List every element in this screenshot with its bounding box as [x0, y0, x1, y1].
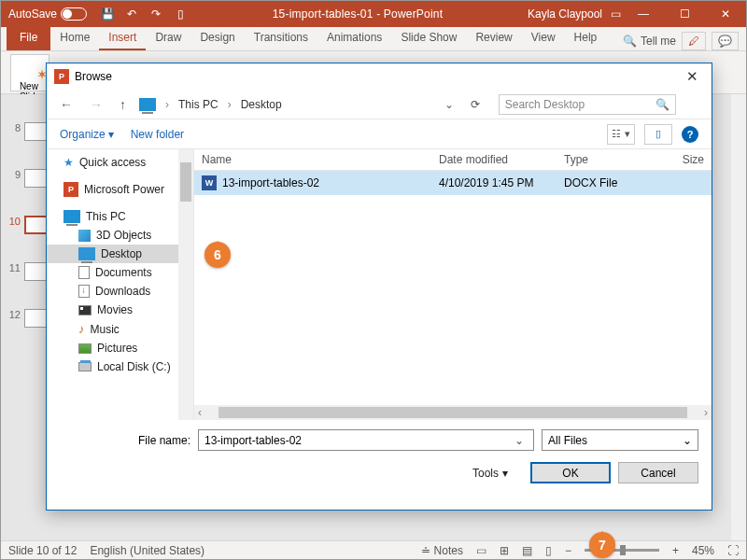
tree-3d-objects[interactable]: 3D Objects	[47, 226, 193, 245]
vertical-scrollbar[interactable]	[731, 94, 746, 540]
normal-view-icon[interactable]: ▭	[476, 544, 486, 557]
sorter-view-icon[interactable]: ⊞	[500, 544, 509, 557]
tell-me-search[interactable]: 🔍Tell me	[623, 35, 676, 48]
redo-icon[interactable]: ↷	[148, 7, 163, 21]
downloads-icon	[78, 285, 90, 298]
zoom-level[interactable]: 45%	[692, 544, 714, 557]
help-icon[interactable]: ?	[682, 126, 698, 143]
tree-music[interactable]: ♪Music	[47, 319, 193, 339]
toggle-off-icon[interactable]	[61, 7, 87, 21]
tab-insert[interactable]: Insert	[99, 26, 146, 50]
refresh-button[interactable]: ⟳	[467, 98, 484, 111]
callout-badge-6: 6	[204, 242, 231, 268]
documents-icon	[78, 266, 90, 279]
file-list-header[interactable]: Name Date modified Type Size	[194, 149, 712, 171]
callout-badge-7: 7	[589, 532, 615, 558]
tree-pictures[interactable]: Pictures	[47, 339, 193, 357]
dialog-close-button[interactable]: ✕	[681, 68, 704, 85]
start-slideshow-icon[interactable]: ▯	[173, 7, 188, 21]
tree-documents[interactable]: Documents	[47, 263, 193, 282]
cube-icon	[78, 230, 91, 242]
tab-help[interactable]: Help	[565, 26, 607, 50]
col-name[interactable]: Name	[202, 153, 439, 166]
tab-transitions[interactable]: Transitions	[245, 26, 317, 50]
pc-icon	[139, 98, 156, 111]
tab-file[interactable]: File	[7, 26, 50, 50]
tab-home[interactable]: Home	[50, 26, 99, 50]
cancel-button[interactable]: Cancel	[618, 462, 698, 483]
file-list: Name Date modified Type Size W13-import-…	[194, 149, 712, 420]
powerpoint-icon: P	[54, 69, 69, 84]
back-button[interactable]: ←	[56, 95, 77, 114]
minimize-button[interactable]: —	[623, 1, 664, 27]
col-date[interactable]: Date modified	[439, 153, 564, 166]
dialog-nav-bar: ← → ↑ › This PC › Desktop ⌄ ⟳ Search Des…	[47, 90, 712, 119]
tree-local-disk[interactable]: Local Disk (C:)	[47, 357, 193, 376]
preview-pane-button[interactable]: ▯	[644, 124, 672, 145]
tab-review[interactable]: Review	[466, 26, 521, 50]
filename-input[interactable]: 13-import-tables-02⌄	[198, 429, 534, 451]
ribbon-tabs: File Home Insert Draw Design Transitions…	[1, 27, 746, 51]
document-title: 15-import-tables-01 - PowerPoint	[188, 7, 528, 21]
slide-indicator[interactable]: Slide 10 of 12	[8, 544, 77, 557]
tab-design[interactable]: Design	[190, 26, 244, 50]
user-name[interactable]: Kayla Claypool	[528, 7, 602, 21]
organize-menu[interactable]: Organize ▾	[60, 128, 114, 141]
tree-this-pc[interactable]: This PC	[47, 207, 193, 226]
folder-tree: ★Quick access PMicrosoft Power This PC 3…	[47, 149, 194, 420]
notes-button[interactable]: ≐ Notes	[421, 544, 463, 557]
fit-to-window-icon[interactable]: ⛶	[727, 544, 739, 557]
breadcrumb-desktop[interactable]: Desktop	[241, 98, 282, 111]
search-input[interactable]: Search Desktop 🔍	[499, 94, 676, 115]
file-row[interactable]: W13-import-tables-02 4/10/2019 1:45 PM D…	[194, 171, 712, 195]
chevron-right-icon[interactable]: ›	[165, 98, 169, 111]
file-filter-dropdown[interactable]: All Files⌄	[542, 429, 698, 451]
comments-button[interactable]: 💬	[712, 32, 739, 50]
new-folder-button[interactable]: New folder	[131, 128, 184, 141]
chevron-right-icon[interactable]: ›	[228, 98, 232, 111]
chevron-down-icon[interactable]: ⌄	[511, 434, 528, 447]
title-bar: AutoSave 💾 ↶ ↷ ▯ 15-import-tables-01 - P…	[1, 1, 746, 27]
zoom-in-button[interactable]: +	[672, 544, 679, 557]
undo-icon[interactable]: ↶	[124, 7, 139, 21]
tab-view[interactable]: View	[522, 26, 565, 50]
desktop-icon	[78, 247, 95, 260]
slideshow-view-icon[interactable]: ▯	[545, 544, 552, 557]
dialog-titlebar: P Browse ✕	[47, 63, 712, 90]
reading-view-icon[interactable]: ▤	[522, 544, 532, 557]
new-slide-button[interactable]: ✶ New Slide	[10, 54, 49, 91]
col-size[interactable]: Size	[667, 153, 704, 166]
maximize-button[interactable]: ☐	[664, 1, 705, 27]
tree-downloads[interactable]: Downloads	[47, 282, 193, 301]
up-button[interactable]: ↑	[116, 95, 130, 114]
music-icon: ♪	[78, 322, 85, 336]
tab-slideshow[interactable]: Slide Show	[391, 26, 466, 50]
tree-movies[interactable]: Movies	[47, 301, 193, 319]
chevron-down-icon: ▾	[502, 467, 508, 480]
zoom-out-button[interactable]: −	[565, 544, 571, 557]
col-type[interactable]: Type	[564, 153, 667, 166]
dialog-title: Browse	[75, 70, 112, 83]
browse-dialog: P Browse ✕ ← → ↑ › This PC › Desktop ⌄ ⟳…	[46, 63, 712, 511]
close-button[interactable]: ✕	[705, 1, 746, 27]
language-indicator[interactable]: English (United States)	[90, 544, 204, 557]
file-list-h-scrollbar[interactable]: ‹›	[194, 405, 712, 420]
tab-draw[interactable]: Draw	[146, 26, 190, 50]
ok-button[interactable]: OK	[530, 462, 611, 483]
ribbon-options-icon[interactable]: ▭	[608, 7, 623, 21]
address-dropdown[interactable]: ⌄	[441, 98, 458, 111]
tree-desktop[interactable]: Desktop	[47, 245, 193, 263]
search-icon: 🔍	[655, 98, 669, 111]
breadcrumb-thispc[interactable]: This PC	[178, 98, 218, 111]
chevron-down-icon: ▾	[108, 128, 114, 141]
search-icon: 🔍	[623, 35, 637, 48]
tree-ms-powerpoint[interactable]: PMicrosoft Power	[47, 179, 193, 200]
autosave-toggle[interactable]: AutoSave	[8, 7, 87, 21]
tools-menu[interactable]: Tools▾	[472, 467, 508, 480]
view-options-button[interactable]: ☷ ▾	[607, 124, 635, 145]
tab-animations[interactable]: Animations	[317, 26, 391, 50]
tree-scrollbar[interactable]	[178, 149, 193, 420]
save-icon[interactable]: 💾	[100, 7, 115, 21]
share-button[interactable]: 🖊	[682, 32, 706, 50]
tree-quick-access[interactable]: ★Quick access	[47, 153, 193, 172]
